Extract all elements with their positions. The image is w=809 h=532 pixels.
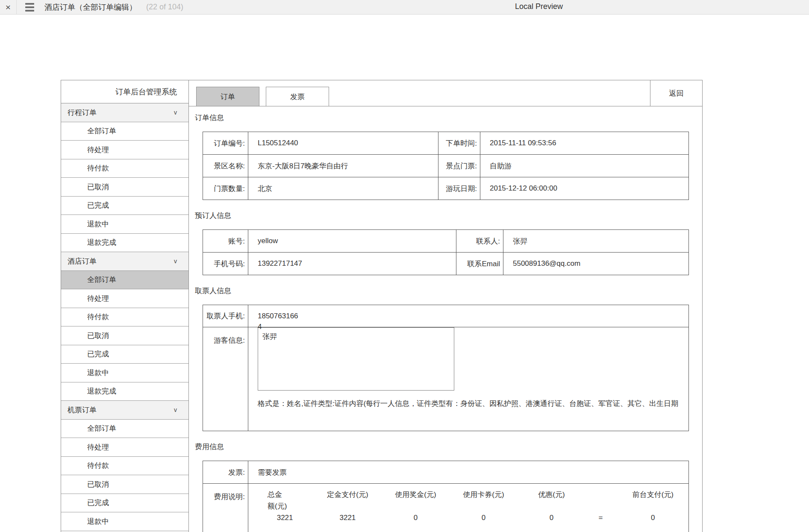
tourist-info-textarea[interactable]: 张羿 xyxy=(258,327,454,391)
table-row: 订单编号: L150512440 下单时间: 2015-11-11 09:53:… xyxy=(203,132,689,155)
order-time-field[interactable]: 2015-11-11 09:53:56 xyxy=(480,132,689,155)
sidebar-item-flight-completed[interactable]: 已完成 xyxy=(61,494,188,513)
fee-col-total: 总金额(元) 3221 xyxy=(258,489,312,523)
table-row: 发票: 需要发票 xyxy=(203,461,689,484)
fee-header-empty xyxy=(584,489,617,513)
fee-header: 使用卡券(元) xyxy=(448,489,519,513)
sidebar-item-trip-completed[interactable]: 已完成 xyxy=(61,197,188,215)
sidebar-group-trip[interactable]: 行程订单 v xyxy=(61,103,188,122)
sidebar-item-hotel-refunded[interactable]: 退款完成 xyxy=(61,382,188,401)
topbar: × 酒店订单（全部订单编辑） (22 of 104) Local Preview xyxy=(0,0,809,15)
fee-header: 优惠(元) xyxy=(519,489,584,513)
sitemap-toggle-icon[interactable] xyxy=(25,3,34,12)
order-number-label: 订单编号: xyxy=(203,132,248,155)
ticket-count-field[interactable]: 北京 xyxy=(248,177,438,200)
sidebar-item-trip-refunded[interactable]: 退款完成 xyxy=(61,234,188,253)
contact-label: 联系人: xyxy=(456,230,503,253)
sidebar-item-flight-pending[interactable]: 待处理 xyxy=(61,438,188,457)
tab-order[interactable]: 订单 xyxy=(196,87,259,106)
table-row: 景区名称: 东京-大阪8日7晚豪华自由行 景点门票: 自助游 xyxy=(203,155,689,177)
order-info-table: 订单编号: L150512440 下单时间: 2015-11-11 09:53:… xyxy=(203,132,689,200)
sidebar-item-flight-cancelled[interactable]: 已取消 xyxy=(61,475,188,494)
sidebar-title: 订单后台管理系统 xyxy=(61,80,188,103)
invoice-field[interactable]: 需要发票 xyxy=(248,461,689,484)
contact-field[interactable]: 张羿 xyxy=(503,230,689,253)
sidebar-item-hotel-completed[interactable]: 已完成 xyxy=(61,345,188,364)
order-number-field[interactable]: L150512440 xyxy=(248,132,438,155)
scenic-name-field[interactable]: 东京-大阪8日7晚豪华自由行 xyxy=(248,155,438,177)
fee-desc-label: 费用说明: xyxy=(203,484,248,532)
tab-invoice[interactable]: 发票 xyxy=(266,87,329,106)
mobile-label: 手机号码: xyxy=(203,253,248,275)
section-title-fee-info: 费用信息 xyxy=(195,442,702,452)
sidebar-item-hotel-cancelled[interactable]: 已取消 xyxy=(61,326,188,345)
sidebar-item-flight-unpaid[interactable]: 待付款 xyxy=(61,457,188,476)
fee-total-field[interactable]: 3221 xyxy=(258,513,312,523)
fee-coupon-field[interactable]: 0 xyxy=(448,513,519,523)
sidebar-item-trip-cancelled[interactable]: 已取消 xyxy=(61,178,188,197)
table-row: 费用说明: 总金额(元) 3221 定金支付(元) 3221 使用奖金(元) 0 xyxy=(203,484,689,532)
ticket-count-label: 门票数量: xyxy=(203,177,248,200)
fee-col-equals: = xyxy=(584,489,617,523)
sidebar-item-hotel-pending[interactable]: 待处理 xyxy=(61,289,188,308)
table-row: 手机号码: 13922717147 联系Email 550089136@qq.c… xyxy=(203,253,689,275)
mobile-field[interactable]: 13922717147 xyxy=(248,253,456,275)
sidebar-item-hotel-all[interactable]: 全部订单 xyxy=(61,271,188,290)
sidebar-group-label: 机票订单 xyxy=(68,405,97,415)
page-counter: (22 of 104) xyxy=(146,3,183,12)
sidebar-item-hotel-unpaid[interactable]: 待付款 xyxy=(61,308,188,327)
sidebar-item-trip-pending[interactable]: 待处理 xyxy=(61,141,188,159)
play-date-field[interactable]: 2015-12-12 06:00:00 xyxy=(480,177,689,200)
fee-header: 总金额(元) xyxy=(258,489,288,513)
email-field[interactable]: 550089136@qq.com xyxy=(503,253,689,275)
account-label: 账号: xyxy=(203,230,248,253)
pickup-phone-value: 1850763166 4 xyxy=(258,311,298,332)
section-title-booker-info: 预订人信息 xyxy=(195,211,702,220)
fee-col-deposit: 定金支付(元) 3221 xyxy=(312,489,383,523)
main-panel: 订单 发票 返回 订单信息 订单编号: L150512440 下单时间: 201… xyxy=(189,80,703,532)
sidebar-item-flight-all[interactable]: 全部订单 xyxy=(61,420,188,438)
pickup-phone-field[interactable]: 1850763166 4 xyxy=(248,305,689,327)
fee-col-bonus: 使用奖金(元) 0 xyxy=(383,489,448,523)
page-title: 酒店订单（全部订单编辑） xyxy=(44,2,137,12)
sidebar-item-trip-refunding[interactable]: 退款中 xyxy=(61,215,188,234)
fee-grid: 总金额(元) 3221 定金支付(元) 3221 使用奖金(元) 0 使用卡券(… xyxy=(258,484,688,523)
fee-deposit-field[interactable]: 3221 xyxy=(312,513,383,523)
chevron-down-icon: v xyxy=(174,109,177,116)
close-icon[interactable]: × xyxy=(0,0,16,15)
fee-col-front-desk: 前台支付(元) 0 xyxy=(618,489,688,523)
sidebar-item-trip-unpaid[interactable]: 待付款 xyxy=(61,159,188,178)
ticket-type-label: 景点门票: xyxy=(438,155,480,177)
table-row: 账号: yellow 联系人: 张羿 xyxy=(203,230,689,253)
fee-bonus-field[interactable]: 0 xyxy=(383,513,448,523)
tourist-info-cell: 张羿 格式是：姓名,证件类型:证件内容(每行一人信息，证件类型有：身份证、因私护… xyxy=(248,327,689,431)
sidebar-group-label: 行程订单 xyxy=(68,108,97,118)
sidebar-group-hotel[interactable]: 酒店订单 v xyxy=(61,252,188,271)
back-button[interactable]: 返回 xyxy=(650,80,702,106)
sidebar-group-flight[interactable]: 机票订单 v xyxy=(61,401,188,420)
account-field[interactable]: yellow xyxy=(248,230,456,253)
table-row: 门票数量: 北京 游玩日期: 2015-12-12 06:00:00 xyxy=(203,177,689,200)
table-row: 取票人手机: 1850763166 4 xyxy=(203,305,689,327)
fee-header: 使用奖金(元) xyxy=(383,489,448,513)
ticket-info-table: 取票人手机: 1850763166 4 游客信息: 张羿 格式是：姓名,证件类型… xyxy=(203,305,689,431)
fee-discount-field[interactable]: 0 xyxy=(519,513,584,523)
booker-info-table: 账号: yellow 联系人: 张羿 手机号码: 13922717147 联系E… xyxy=(203,229,689,275)
fee-front-desk-field[interactable]: 0 xyxy=(618,513,688,523)
ticket-type-field[interactable]: 自助游 xyxy=(480,155,689,177)
sidebar-item-hotel-refunding[interactable]: 退款中 xyxy=(61,364,188,382)
table-row: 游客信息: 张羿 格式是：姓名,证件类型:证件内容(每行一人信息，证件类型有：身… xyxy=(203,327,689,431)
main-header: 订单 发票 返回 xyxy=(189,80,702,106)
sidebar-item-flight-refunding[interactable]: 退款中 xyxy=(61,512,188,531)
fee-col-discount: 优惠(元) 0 xyxy=(519,489,584,523)
chevron-down-icon: v xyxy=(174,406,177,413)
scenic-name-label: 景区名称: xyxy=(203,155,248,177)
order-time-label: 下单时间: xyxy=(438,132,480,155)
sidebar: 订单后台管理系统 行程订单 v 全部订单 待处理 待付款 已取消 已完成 退款中… xyxy=(61,80,189,532)
tourist-info-label: 游客信息: xyxy=(203,327,248,431)
fee-col-coupon: 使用卡券(元) 0 xyxy=(448,489,519,523)
sidebar-item-trip-all[interactable]: 全部订单 xyxy=(61,122,188,141)
equals-sign: = xyxy=(584,513,617,523)
local-preview-label: Local Preview xyxy=(515,2,563,11)
invoice-label: 发票: xyxy=(203,461,248,484)
